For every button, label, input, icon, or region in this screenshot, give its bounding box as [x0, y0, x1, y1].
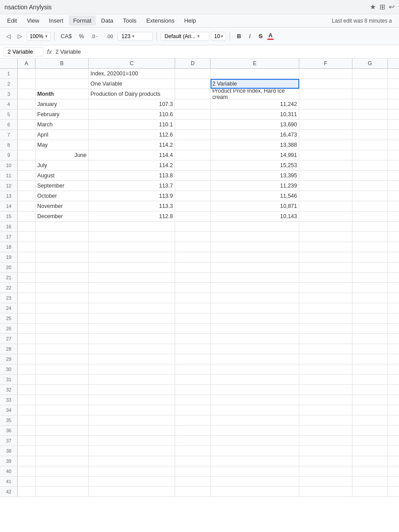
- cell-c21[interactable]: [89, 273, 175, 282]
- cell-g30[interactable]: [352, 364, 388, 374]
- cell-d19[interactable]: [175, 252, 211, 262]
- cell-g5[interactable]: [352, 110, 388, 119]
- cell-c19[interactable]: [89, 252, 175, 262]
- cell-g6[interactable]: [352, 120, 388, 129]
- cell-a41[interactable]: [18, 477, 35, 486]
- cell-b21[interactable]: [35, 273, 89, 282]
- cell-a22[interactable]: [18, 283, 35, 293]
- cell-e11[interactable]: 13,395: [211, 171, 299, 180]
- menu-help[interactable]: Help: [180, 16, 200, 26]
- cell-b34[interactable]: [35, 405, 89, 415]
- menu-insert[interactable]: Insert: [44, 16, 68, 26]
- cell-b13[interactable]: October: [35, 191, 89, 201]
- cell-a24[interactable]: [18, 303, 35, 313]
- cell-b1[interactable]: [35, 69, 89, 78]
- cell-g21[interactable]: [352, 273, 388, 282]
- cell-d40[interactable]: [175, 466, 211, 476]
- cell-g33[interactable]: [352, 395, 388, 405]
- cell-a42[interactable]: [18, 487, 35, 497]
- cell-b36[interactable]: [35, 426, 89, 435]
- cell-g20[interactable]: [352, 262, 388, 272]
- cell-g40[interactable]: [352, 466, 388, 476]
- cell-b16[interactable]: [35, 222, 89, 231]
- cell-b26[interactable]: [35, 324, 89, 333]
- cell-f32[interactable]: [299, 385, 352, 395]
- cell-b31[interactable]: [35, 375, 89, 384]
- cell-d30[interactable]: [175, 364, 211, 374]
- cell-e12[interactable]: 11,239: [211, 181, 299, 191]
- cell-g17[interactable]: [352, 232, 388, 242]
- cell-g4[interactable]: [352, 99, 388, 109]
- cell-f30[interactable]: [299, 364, 352, 374]
- cell-f13[interactable]: [299, 191, 352, 201]
- cell-c22[interactable]: [89, 283, 175, 293]
- cell-e40[interactable]: [211, 466, 299, 476]
- cell-a37[interactable]: [18, 436, 35, 446]
- cell-f19[interactable]: [299, 252, 352, 262]
- cell-f26[interactable]: [299, 324, 352, 333]
- cell-e1[interactable]: [211, 69, 299, 78]
- cell-a3[interactable]: [18, 89, 35, 99]
- cell-d21[interactable]: [175, 273, 211, 282]
- menu-format[interactable]: Format: [69, 16, 96, 26]
- cell-g26[interactable]: [352, 324, 388, 333]
- cell-a15[interactable]: [18, 211, 35, 221]
- cell-c42[interactable]: [89, 487, 175, 497]
- cell-c8[interactable]: 114.2: [89, 140, 175, 150]
- cell-g29[interactable]: [352, 354, 388, 364]
- cell-c28[interactable]: [89, 344, 175, 354]
- cell-g19[interactable]: [352, 252, 388, 262]
- menu-view[interactable]: View: [22, 16, 43, 26]
- cell-b39[interactable]: [35, 456, 89, 466]
- col-header-c[interactable]: C: [89, 59, 175, 68]
- cell-d41[interactable]: [175, 477, 211, 486]
- cell-g12[interactable]: [352, 181, 388, 191]
- cell-b11[interactable]: August: [35, 171, 89, 180]
- cell-g41[interactable]: [352, 477, 388, 486]
- cell-e36[interactable]: [211, 426, 299, 435]
- cell-c23[interactable]: [89, 293, 175, 303]
- cell-b8[interactable]: May: [35, 140, 89, 150]
- cell-e16[interactable]: [211, 222, 299, 231]
- cell-b32[interactable]: [35, 385, 89, 395]
- cell-d17[interactable]: [175, 232, 211, 242]
- cell-f5[interactable]: [299, 110, 352, 119]
- cell-f42[interactable]: [299, 487, 352, 497]
- cell-b23[interactable]: [35, 293, 89, 303]
- cell-d13[interactable]: [175, 191, 211, 201]
- cell-f1[interactable]: [299, 69, 352, 78]
- cell-c27[interactable]: [89, 334, 175, 344]
- cell-b29[interactable]: [35, 354, 89, 364]
- cell-e9[interactable]: 14,991: [211, 150, 299, 160]
- cell-a5[interactable]: [18, 110, 35, 119]
- decimal-decrease-button[interactable]: .0 ←: [89, 32, 102, 41]
- cell-f7[interactable]: [299, 130, 352, 140]
- cell-g23[interactable]: [352, 293, 388, 303]
- cell-c4[interactable]: 107.3: [89, 99, 175, 109]
- cell-f34[interactable]: [299, 405, 352, 415]
- cell-a9[interactable]: [18, 150, 35, 160]
- cell-a28[interactable]: [18, 344, 35, 354]
- cell-c33[interactable]: [89, 395, 175, 405]
- menu-data[interactable]: Data: [97, 16, 117, 26]
- cell-f31[interactable]: [299, 375, 352, 384]
- cell-c20[interactable]: [89, 262, 175, 272]
- cell-g24[interactable]: [352, 303, 388, 313]
- cell-f27[interactable]: [299, 334, 352, 344]
- cell-e29[interactable]: [211, 354, 299, 364]
- cell-e18[interactable]: [211, 242, 299, 252]
- cell-g14[interactable]: [352, 201, 388, 211]
- cell-c9[interactable]: 114.4: [89, 150, 175, 160]
- cell-d26[interactable]: [175, 324, 211, 333]
- cell-f25[interactable]: [299, 313, 352, 323]
- cell-a21[interactable]: [18, 273, 35, 282]
- cell-e34[interactable]: [211, 405, 299, 415]
- cell-d11[interactable]: [175, 171, 211, 180]
- cell-f18[interactable]: [299, 242, 352, 252]
- cell-e24[interactable]: [211, 303, 299, 313]
- cell-f20[interactable]: [299, 262, 352, 272]
- bold-button[interactable]: B: [234, 31, 244, 41]
- cell-c18[interactable]: [89, 242, 175, 252]
- cell-c38[interactable]: [89, 446, 175, 456]
- cell-c26[interactable]: [89, 324, 175, 333]
